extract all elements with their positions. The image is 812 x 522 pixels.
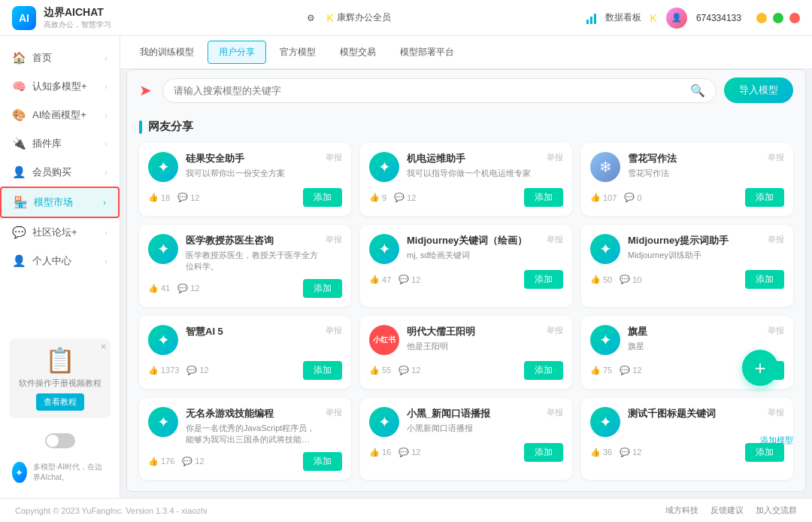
close-button[interactable] (789, 13, 800, 23)
card-report-4[interactable]: 举报 (326, 234, 342, 245)
add-button-11[interactable]: 添加 (524, 443, 563, 462)
sub-nav-my-models[interactable]: 我的训练模型 (129, 41, 205, 63)
comments-3: 💬0 (624, 193, 641, 202)
card-report-2[interactable]: 举报 (547, 152, 563, 163)
add-button-1[interactable]: 添加 (303, 188, 342, 207)
card-title-12: 测试千图标题关键词 (628, 407, 760, 420)
brand-button[interactable]: K 康辉办公全员 (327, 11, 391, 24)
comments-5: 💬12 (398, 275, 420, 284)
likes-5: 👍47 (369, 275, 391, 284)
card-desc-5: mj, sd绘画关键词 (407, 250, 539, 261)
chevron-right-icon-6: › (103, 198, 106, 207)
sidebar-item-cognitive[interactable]: 🧠 认知多模型+ › (0, 72, 120, 101)
card-report-10[interactable]: 举报 (326, 407, 342, 418)
card-title-7: 智慧AI 5 (186, 325, 318, 338)
sidebar-item-drawing[interactable]: 🎨 AI绘画模型+ › (0, 101, 120, 129)
signal-bar-2 (590, 17, 592, 24)
add-button-4[interactable]: 添加 (303, 279, 342, 298)
likes-6: 👍50 (590, 275, 612, 284)
sidebar-label-home: 首页 (32, 51, 52, 65)
sidebar-item-model-market[interactable]: 🏪 模型市场 › (0, 187, 120, 218)
sub-nav: 我的训练模型 用户分享 官方模型 模型交易 模型部署平台 (120, 36, 812, 69)
chevron-right-icon-3: › (105, 111, 108, 120)
comments-9: 💬12 (620, 366, 641, 375)
comments-11: 💬12 (398, 448, 420, 457)
minimize-button[interactable] (756, 13, 767, 23)
card-report-8[interactable]: 举报 (547, 325, 563, 336)
footer-link-domain[interactable]: 域方科技 (665, 505, 698, 516)
title-center: ⚙ K 康辉办公全员 (307, 11, 391, 24)
likes-2: 👍9 (369, 193, 386, 202)
tutorial-icon: 📋 (17, 346, 103, 375)
card-desc-4: 医学教授苏医生，教授关于医学全方位科学。 (186, 250, 318, 273)
sidebar-item-community[interactable]: 💬 社区论坛+ › (0, 218, 120, 247)
card-report-11[interactable]: 举报 (547, 407, 563, 418)
user-id: 674334133 (696, 13, 741, 23)
sidebar-label-cognitive: 认知多模型+ (32, 80, 87, 93)
sub-nav-model-exchange[interactable]: 模型交易 (329, 41, 386, 63)
view-tutorial-button[interactable]: 查看教程 (36, 393, 84, 411)
likes-11: 👍16 (369, 448, 391, 457)
add-button-3[interactable]: 添加 (745, 188, 784, 207)
add-button-7[interactable]: 添加 (303, 361, 342, 380)
sidebar-label-model-market: 模型市场 (34, 196, 73, 209)
membership-icon: 👤 (12, 165, 26, 179)
add-button-2[interactable]: 添加 (524, 188, 563, 207)
import-model-button[interactable]: 导入模型 (724, 77, 793, 103)
card-avatar-2: ✦ (369, 152, 399, 182)
card-report-7[interactable]: 举报 (326, 325, 342, 336)
float-add-container: + 添加模型 (760, 432, 793, 446)
sidebar-label-membership: 会员购买 (32, 165, 71, 179)
search-icon[interactable]: 🔍 (690, 83, 705, 98)
data-dashboard-label[interactable]: 数据看板 (605, 11, 641, 24)
settings-button[interactable]: ⚙ (307, 13, 315, 23)
comments-8: 💬12 (398, 366, 420, 375)
card-report-1[interactable]: 举报 (326, 152, 342, 163)
add-button-5[interactable]: 添加 (524, 270, 563, 289)
card-avatar-9: ✦ (590, 325, 620, 355)
sub-nav-user-share[interactable]: 用户分享 (208, 41, 266, 64)
sidebar-item-personal[interactable]: 👤 个人中心 › (0, 247, 120, 275)
signal-bar-1 (586, 20, 589, 24)
sidebar-label-personal: 个人中心 (32, 254, 71, 268)
comments-10: 💬12 (182, 457, 204, 466)
likes-4: 👍41 (148, 284, 170, 293)
footer-links: 域方科技 反馈建议 加入交流群 (665, 505, 797, 516)
comments-6: 💬10 (620, 275, 641, 284)
pagination: ‹ 1 2 3 4 ... 45 46 › (139, 489, 793, 491)
card-report-5[interactable]: 举报 (547, 234, 563, 245)
comments-4: 💬12 (177, 284, 199, 293)
maximize-button[interactable] (773, 13, 783, 23)
footer-link-group[interactable]: 加入交流群 (756, 505, 797, 516)
toggle-switch[interactable] (45, 433, 75, 448)
card-report-9[interactable]: 举报 (768, 325, 784, 336)
card-report-6[interactable]: 举报 (768, 234, 784, 245)
sidebar-item-home[interactable]: 🏠 首页 › (0, 44, 120, 72)
footer-link-feedback[interactable]: 反馈建议 (710, 505, 744, 516)
sidebar-item-plugins[interactable]: 🔌 插件库 › (0, 129, 120, 158)
sidebar-label-drawing: AI绘画模型+ (32, 108, 86, 122)
model-card-2: ✦ 机电运维助手 我可以指导你做一个机电运维专家 举报 👍9 💬12 (360, 143, 572, 216)
sidebar-item-membership[interactable]: 👤 会员购买 › (0, 158, 120, 187)
card-desc-2: 我可以指导你做一个机电运维专家 (407, 168, 539, 179)
model-card-6: ✦ Midjourney提示词助手 Midjourney训练助手 举报 👍50 … (581, 225, 793, 307)
sidebar-label-plugins: 插件库 (32, 137, 62, 150)
likes-8: 👍55 (369, 366, 391, 375)
card-avatar-10: ✦ (148, 407, 178, 437)
user-avatar[interactable]: 👤 (666, 8, 687, 29)
add-model-float-button[interactable]: + (742, 350, 778, 386)
chevron-right-icon-7: › (105, 228, 108, 237)
add-button-6[interactable]: 添加 (745, 270, 784, 289)
card-report-12[interactable]: 举报 (768, 407, 784, 418)
likes-10: 👍176 (148, 457, 174, 466)
search-input[interactable] (174, 85, 684, 96)
sub-nav-model-platform[interactable]: 模型部署平台 (389, 41, 465, 63)
add-button-10[interactable]: 添加 (303, 452, 342, 471)
chevron-right-icon-4: › (105, 139, 108, 148)
sub-nav-official[interactable]: 官方模型 (269, 41, 326, 63)
home-icon: 🏠 (12, 51, 26, 65)
section-header: 网友分享 (139, 120, 793, 134)
card-close-button[interactable]: × (101, 341, 106, 352)
add-button-8[interactable]: 添加 (524, 361, 563, 380)
card-report-3[interactable]: 举报 (768, 152, 784, 163)
